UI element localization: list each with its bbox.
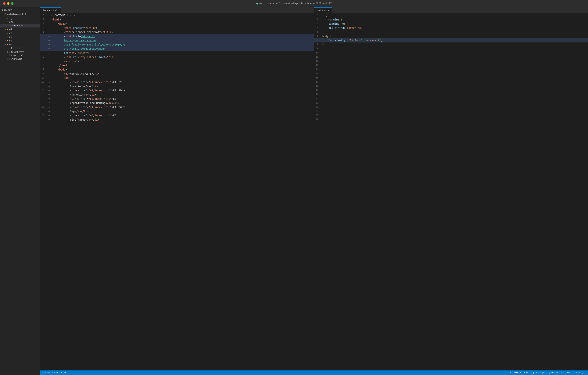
code-line: 13 xyxy=(314,63,588,67)
code-line: 25 xyxy=(314,113,588,118)
code-line: 18 xyxy=(314,84,588,88)
fetch-refresh-icon: ↻ xyxy=(549,371,550,374)
close-button[interactable] xyxy=(3,2,5,5)
code-line: main.css"> xyxy=(40,59,314,63)
chevron-right-icon: › xyxy=(4,28,7,31)
code-line: 11 <ul> xyxy=(40,76,314,80)
code-line: 9 xyxy=(314,47,588,51)
sidebar-item-git[interactable]: › ▪ .git xyxy=(0,16,40,20)
code-line: fonts.googleapis.com/ xyxy=(40,38,314,43)
chevron-right-icon: › xyxy=(4,17,7,20)
git-changes-status[interactable]: ↕ Git (2) xyxy=(574,371,586,374)
code-line: Map</a></li> xyxy=(40,109,314,113)
code-line: 2 margin: 0; xyxy=(314,17,588,22)
fetch-text: Fetch xyxy=(551,371,558,374)
code-line: Questions</a></li> xyxy=(40,84,314,88)
folder-icon: ▪ xyxy=(7,43,8,46)
e5-label: e5 xyxy=(9,43,12,46)
ds-store-label: .DS_Store xyxy=(9,47,22,50)
folder-icon: ▪ xyxy=(7,17,8,20)
e1-label: e1 xyxy=(9,28,12,31)
github-status[interactable]: ⊙ GitHub xyxy=(561,371,571,374)
branch-status[interactable]: ⎇ gh-pages xyxy=(531,371,546,374)
sidebar-item-e5[interactable]: › ▪ e5 xyxy=(0,43,40,46)
sidebar-item-e4[interactable]: › ▪ e4 xyxy=(0,39,40,43)
code-line: 3 <head> xyxy=(40,22,314,26)
sidebar-item-index-html[interactable]: ◻ index.html xyxy=(0,54,40,57)
gitignore-label: .gitignore xyxy=(9,50,24,53)
code-line: 12 <li><a href="e1/index.html">E1: 20 xyxy=(40,80,314,84)
file-path-status[interactable]: css/main.css xyxy=(42,371,58,374)
folder-icon: □ xyxy=(5,13,6,16)
css-file-icon: ◻ xyxy=(10,24,11,27)
minimize-button[interactable] xyxy=(7,2,10,5)
status-bar: css/main.css 7:38 LF UTF-8 CSS ⎇ gh- xyxy=(40,370,588,375)
code-line: 9 <body> xyxy=(40,67,314,72)
app-body: Project ▾ □ su2020-avt217 › ▪ .git ▾ ▪ c… xyxy=(0,7,588,375)
root-label: su2020-avt217 xyxy=(7,13,26,16)
code-line: the Grid</a></li> xyxy=(40,92,314,97)
code-line: 23 xyxy=(314,105,588,109)
folder-icon: ▪ xyxy=(7,35,8,38)
code-line: css2?family=DM+Sans:ital,wght@0,400;0,70 xyxy=(40,43,314,47)
editor-area: index.html 1 <!DOCTYPE html> 2 <html> xyxy=(40,7,588,375)
code-line: 15 <li><a href="e4/index.html">E4: Site xyxy=(40,105,314,109)
titlebar: main.css — ~/Documents/Repositories/su20… xyxy=(0,0,588,7)
maximize-button[interactable] xyxy=(11,2,13,5)
encoding-status[interactable]: UTF-8 xyxy=(514,371,521,374)
cursor-pos-text: 7:38 xyxy=(61,371,66,374)
editor-panes: index.html 1 <!DOCTYPE html> 2 <html> xyxy=(40,7,588,370)
readme-label: README.md xyxy=(9,58,22,60)
code-line: 10 <h1>Michael's Work</h1> xyxy=(40,72,314,76)
chevron-down-icon: ▾ xyxy=(4,21,7,23)
github-icon: ⊙ xyxy=(561,371,562,374)
left-code-editor[interactable]: 1 <!DOCTYPE html> 2 <html> 3 xyxy=(40,13,314,370)
code-line: rel="stylesheet"> xyxy=(40,51,314,55)
sidebar-item-e1[interactable]: › ▪ e1 xyxy=(0,27,40,31)
md-file-icon: ◻ xyxy=(7,58,8,60)
sidebar-root[interactable]: ▾ □ su2020-avt217 xyxy=(0,12,40,16)
language-status[interactable]: CSS xyxy=(524,371,528,374)
sidebar-item-css[interactable]: ▾ ▪ css xyxy=(0,20,40,24)
code-line: 8 </head> xyxy=(40,63,314,67)
chevron-right-icon: › xyxy=(4,43,7,46)
e4-label: e4 xyxy=(9,39,12,42)
right-pane-tabs: main.css xyxy=(314,7,588,13)
fetch-status[interactable]: ↻ Fetch xyxy=(549,371,558,374)
code-line: 0;1,400;1,700&display=swap" xyxy=(40,47,314,51)
code-line: 14 <li><a href="e3/index.html">E3: xyxy=(40,97,314,101)
code-line: 8 } xyxy=(314,43,588,47)
code-line: 24 xyxy=(314,109,588,113)
sidebar-item-main-css[interactable]: ◻ main.css xyxy=(0,24,40,27)
folder-icon: ▪ xyxy=(7,32,8,35)
code-line: 21 xyxy=(314,97,588,101)
sidebar-item-ds-store[interactable]: ◻ .DS_Store xyxy=(0,46,40,50)
code-line: 14 xyxy=(314,67,588,72)
window-controls[interactable] xyxy=(3,2,13,5)
sidebar-item-e3[interactable]: › ▪ e3 xyxy=(0,35,40,39)
chevron-right-icon: › xyxy=(4,32,7,35)
sidebar-item-readme[interactable]: ◻ README.md xyxy=(0,57,40,61)
line-ending-text: LF xyxy=(509,371,511,374)
code-line: 3 padding: 0; xyxy=(314,22,588,26)
sidebar-item-e2[interactable]: › ▪ e2 xyxy=(0,31,40,35)
right-code-editor[interactable]: 1 * { 2 margin: 0; 3 padding: 0; xyxy=(314,13,588,370)
code-line: 22 xyxy=(314,101,588,105)
line-ending-status[interactable]: LF xyxy=(509,371,511,374)
folder-icon: ▪ xyxy=(7,39,8,42)
sidebar-item-gitignore[interactable]: ◻ .gitignore xyxy=(0,50,40,54)
cursor-position-status[interactable]: 7:38 xyxy=(61,371,66,374)
sidebar-header: Project xyxy=(0,7,40,12)
e3-label: e3 xyxy=(9,36,12,38)
tab-main-css[interactable]: main.css xyxy=(314,7,332,13)
file-icon: ◻ xyxy=(7,47,8,50)
code-line: 13 <li><a href="e2/index.html">E2: Make xyxy=(40,88,314,92)
code-line: 26 xyxy=(314,118,588,122)
git-changes-text: Git (2) xyxy=(576,371,586,374)
status-right: LF UTF-8 CSS ⎇ gh-pages ↻ Fetch ⊙ xyxy=(509,371,586,374)
tab-index-html[interactable]: index.html xyxy=(40,7,61,13)
main-css-label: main.css xyxy=(12,24,24,27)
code-line: 4 <meta charset="utf-8"> xyxy=(40,26,314,30)
code-line: Organization and Naming</a></li> xyxy=(40,101,314,105)
status-left: css/main.css 7:38 xyxy=(42,371,66,374)
